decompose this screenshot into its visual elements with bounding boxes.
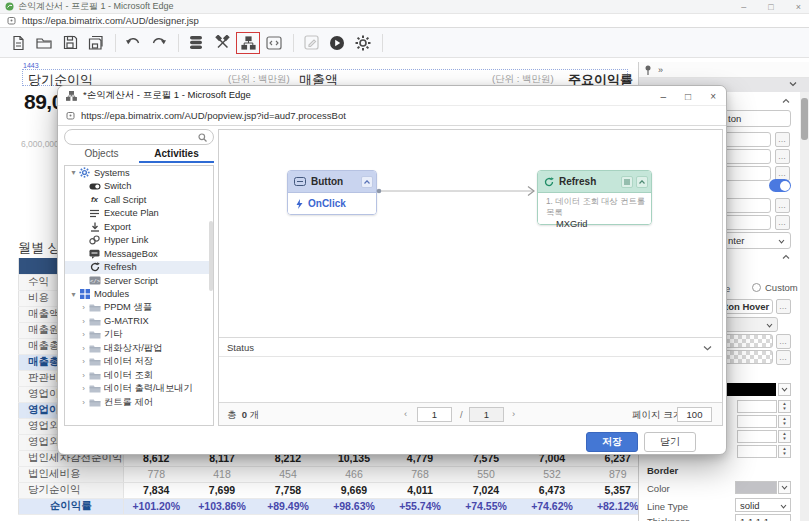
button-node[interactable]: Button OnClick <box>287 170 377 215</box>
color-dropdown-button[interactable] <box>778 383 791 396</box>
section-collapse-icon[interactable] <box>782 98 790 104</box>
onclick-event-label[interactable]: OnClick <box>308 198 346 209</box>
tree-caret-icon[interactable]: › <box>79 317 88 326</box>
run-icon[interactable] <box>325 32 349 54</box>
process-designer-icon[interactable] <box>236 32 260 54</box>
tree-item-기타[interactable]: ›기타 <box>65 328 213 342</box>
tree-item-execute-plan[interactable]: Execute Plan <box>65 207 213 221</box>
save-all-icon[interactable] <box>84 32 108 54</box>
tab-objects[interactable]: Objects <box>64 146 139 163</box>
cell-value: +55.74% <box>387 498 453 514</box>
dialog-close-button[interactable]: × <box>710 91 716 102</box>
stepper-buttons[interactable]: ▲▼ <box>778 430 791 443</box>
ellipsis-button[interactable]: … <box>775 215 790 230</box>
tree-item-ppdm-샘플[interactable]: ›PPDM 샘플 <box>65 301 213 315</box>
tree-item-server-script[interactable]: </>Server Script <box>65 274 213 288</box>
new-file-icon[interactable] <box>6 32 30 54</box>
tree-item-messagebox[interactable]: MessageBox <box>65 247 213 261</box>
tree-item-데이터-조회[interactable]: ›데이터 조회 <box>65 369 213 383</box>
page-icon <box>66 111 75 120</box>
undo-icon[interactable] <box>121 32 145 54</box>
number-field[interactable] <box>737 430 777 443</box>
address-bar[interactable]: https://epa.bimatrix.com/AUD/designer.js… <box>0 14 809 28</box>
tree-scrollbar[interactable] <box>209 221 213 291</box>
node-list-icon[interactable] <box>621 176 633 188</box>
ellipsis-button[interactable]: … <box>776 350 791 365</box>
status-section-header[interactable]: Status <box>219 337 722 357</box>
ellipsis-button[interactable]: … <box>776 334 791 349</box>
tree-caret-icon[interactable]: › <box>79 398 88 407</box>
script-editor-icon[interactable] <box>262 32 286 54</box>
stepper-buttons[interactable]: ▲▼ <box>778 400 791 413</box>
maximize-button[interactable]: □ <box>768 2 773 12</box>
minimize-button[interactable]: – <box>741 2 746 12</box>
custom-radio[interactable] <box>752 283 761 292</box>
number-field[interactable] <box>737 400 777 413</box>
dialog-maximize-button[interactable]: □ <box>685 91 691 102</box>
tree-caret-icon[interactable]: › <box>79 357 88 366</box>
tree-caret-icon[interactable]: ▾ <box>69 290 78 299</box>
stepper-buttons[interactable]: ▲▼ <box>778 415 791 428</box>
ellipsis-button[interactable]: … <box>775 198 790 213</box>
next-page-icon[interactable]: › <box>512 408 515 419</box>
tree-item-label: Modules <box>94 289 129 299</box>
ellipsis-button[interactable]: … <box>775 149 790 164</box>
redo-icon[interactable] <box>147 32 171 54</box>
tree-item-refresh[interactable]: Refresh <box>65 261 213 275</box>
tree-item-export[interactable]: Export <box>65 220 213 234</box>
node-collapse-icon[interactable] <box>361 176 373 188</box>
page-size-input[interactable]: 100 <box>677 407 712 422</box>
tree-item-label: Hyper Link <box>104 235 148 245</box>
tree-caret-icon[interactable]: › <box>79 303 88 312</box>
database-icon[interactable] <box>184 32 208 54</box>
tree-caret-icon[interactable]: › <box>79 384 88 393</box>
activity-search-input[interactable] <box>64 129 214 145</box>
prev-page-icon[interactable]: ‹ <box>404 408 407 419</box>
dialog-minimize-button[interactable]: – <box>661 91 667 102</box>
tree-caret-icon[interactable]: › <box>79 344 88 353</box>
ellipsis-button[interactable]: … <box>775 132 790 147</box>
settings-icon[interactable] <box>351 32 375 54</box>
line-type-dropdown[interactable]: solid <box>735 498 791 512</box>
tree-item-데이터-출력-내보내기[interactable]: ›데이터 출력/내보내기 <box>65 382 213 396</box>
border-color-swatch[interactable] <box>735 481 777 494</box>
toggle-switch-on[interactable] <box>769 179 791 192</box>
tree-item-컨트롤-제어[interactable]: ›컨트롤 제어 <box>65 396 213 410</box>
tree-caret-icon[interactable]: › <box>79 330 88 339</box>
refresh-node[interactable]: Refresh 1. 데이터 조회 대상 컨트롤 목록 MXGrid <box>537 170 652 225</box>
tab-activities[interactable]: Activities <box>139 146 214 163</box>
tree-item-데이터-저장[interactable]: ›데이터 저장 <box>65 355 213 369</box>
number-field[interactable] <box>737 415 777 428</box>
tree-item-hyper-link[interactable]: Hyper Link <box>65 234 213 248</box>
thickness-field[interactable]: 1,1,1,1 <box>735 514 791 521</box>
section-collapse-icon[interactable] <box>782 254 790 260</box>
stepper-buttons[interactable]: ▲▼ <box>778 445 791 458</box>
node-collapse-icon[interactable] <box>636 176 648 188</box>
tree-caret-icon[interactable]: ▾ <box>69 168 78 177</box>
collapse-panel-icon[interactable]: » <box>658 65 663 75</box>
color-dropdown-button[interactable] <box>778 481 791 494</box>
panel-scrollbar[interactable] <box>800 92 809 521</box>
tree-item-switch[interactable]: Switch <box>65 180 213 194</box>
close-button[interactable]: × <box>796 2 801 12</box>
current-page-input[interactable]: 1 <box>417 407 452 422</box>
edge-app-icon <box>5 2 14 11</box>
tree-item-g-matrix[interactable]: ›G-MATRIX <box>65 315 213 329</box>
ellipsis-button[interactable]: … <box>776 299 791 314</box>
close-dialog-button[interactable]: 닫기 <box>644 432 696 452</box>
tree-caret-icon[interactable]: › <box>79 371 88 380</box>
edit-icon[interactable] <box>299 32 323 54</box>
save-button[interactable]: 저장 <box>586 432 638 452</box>
number-field[interactable] <box>737 445 777 458</box>
edge-window: 손익계산서 - 프로필 1 - Microsoft Edge – □ × htt… <box>0 0 809 521</box>
tree-item-modules[interactable]: ▾Modules <box>65 288 213 302</box>
pin-icon[interactable] <box>644 65 652 75</box>
save-icon[interactable] <box>58 32 82 54</box>
tools-icon[interactable] <box>210 32 234 54</box>
tree-item-call-script[interactable]: fxCall Script <box>65 193 213 207</box>
dialog-address-bar[interactable]: https://epa.bimatrix.com/AUD/popview.jsp… <box>58 106 726 126</box>
open-folder-icon[interactable] <box>32 32 56 54</box>
tree-item-대화상자-팝업[interactable]: ›대화상자/팝업 <box>65 342 213 356</box>
refresh-node-target[interactable]: MXGrid <box>546 219 651 229</box>
tree-item-systems[interactable]: ▾Systems <box>65 166 213 180</box>
